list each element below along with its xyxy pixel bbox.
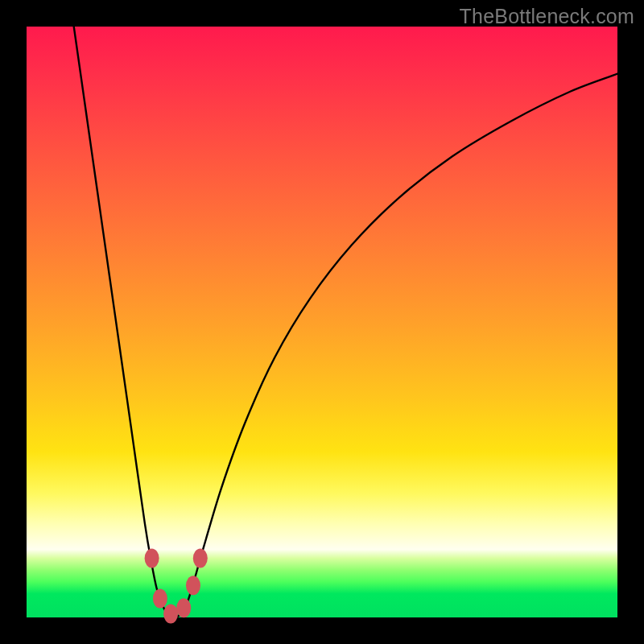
curve-svg (27, 27, 617, 617)
bottleneck-curve (74, 27, 617, 617)
plot-area (27, 27, 617, 617)
curve-marker (163, 605, 178, 624)
watermark-text: TheBottleneck.com (460, 5, 634, 28)
curve-marker (153, 589, 167, 609)
curve-markers (145, 549, 208, 624)
curve-marker (193, 549, 208, 568)
curve-marker (145, 549, 159, 568)
curve-marker (186, 576, 200, 595)
chart-frame: TheBottleneck.com (0, 0, 644, 644)
curve-marker (176, 598, 191, 617)
